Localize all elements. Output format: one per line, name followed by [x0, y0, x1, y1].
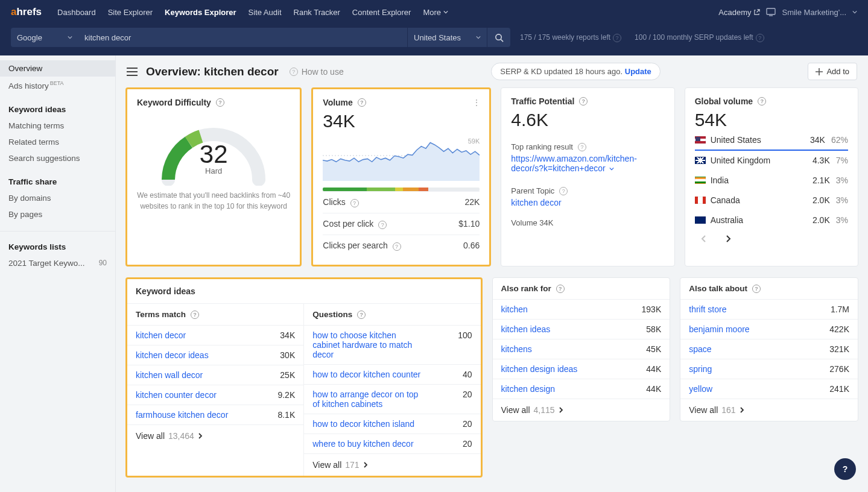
view-all-alsorank[interactable]: View all 4,115	[493, 399, 670, 421]
chevron-right-icon[interactable]	[725, 235, 731, 242]
help-fab[interactable]: ?	[834, 458, 856, 480]
keyword-input[interactable]	[78, 28, 407, 47]
top-result-url[interactable]: https://www.amazon.com/kitchen-decor/s?k…	[511, 154, 664, 173]
gv-percent: 3%	[836, 175, 848, 185]
keyword-link[interactable]: where to buy kitchen decor	[312, 439, 413, 449]
keyword-link[interactable]: kitchen ideas	[501, 324, 551, 334]
account-menu[interactable]: Smile Marketing'...	[766, 8, 857, 17]
view-all-terms[interactable]: View all 13,464	[127, 424, 303, 447]
gv-country: India	[711, 175, 729, 185]
keyword-link[interactable]: farmhouse kitchen decor	[136, 410, 228, 420]
page-title: Overview: kitchen decor	[146, 65, 279, 78]
keyword-link[interactable]: how to decor kitchen island	[312, 419, 414, 429]
keyword-link[interactable]: kitchen design	[501, 384, 556, 394]
country-select[interactable]: United States	[407, 28, 487, 47]
search-button[interactable]	[487, 28, 510, 47]
sidebar-ads-history[interactable]: Ads historyBETA	[0, 77, 115, 94]
kv-clicks: Clicks ? 22K	[323, 191, 480, 213]
flag-icon	[695, 197, 706, 204]
keyword-idea-row: kitchen decor34K	[127, 325, 303, 345]
sidebar-heading-traffic: Traffic share	[0, 166, 115, 190]
keyword-volume: 276K	[829, 364, 849, 374]
update-link[interactable]: Update	[625, 67, 651, 76]
flag-icon	[695, 157, 706, 164]
card-also-rank-for: Also rank for? kitchen193Kkitchen ideas5…	[492, 277, 671, 421]
info-icon: ?	[191, 311, 199, 319]
difficulty-label: Hard	[205, 166, 222, 175]
nav-more[interactable]: More	[417, 0, 454, 24]
keyword-link[interactable]: kitchen decor ideas	[136, 350, 209, 360]
keyword-link[interactable]: kitchen wall decor	[136, 370, 203, 380]
chevron-right-icon	[740, 407, 744, 413]
how-to-use[interactable]: ? How to use	[287, 67, 344, 77]
gv-row[interactable]: United States34K62%	[695, 130, 848, 151]
parent-topic-link[interactable]: kitchen decor	[511, 198, 561, 207]
card-global-volume: Global volume ? 54K United States34K62%U…	[685, 87, 858, 266]
nav-rank-tracker[interactable]: Rank Tracker	[288, 0, 346, 24]
keyword-link[interactable]: kitchen decor	[136, 330, 186, 340]
sidebar-overview[interactable]: Overview	[0, 60, 115, 77]
keyword-volume: 8.1K	[277, 410, 295, 420]
gv-row[interactable]: India2.1K3%	[695, 171, 848, 191]
add-to-button[interactable]: Add to	[808, 63, 857, 80]
keyword-link[interactable]: kitchens	[501, 344, 532, 354]
volume-value: 34K	[323, 111, 480, 131]
logo[interactable]: ahrefs	[11, 6, 42, 18]
column-header: Questions?	[304, 303, 480, 325]
flag-icon	[695, 177, 706, 184]
keyword-link[interactable]: spring	[689, 364, 712, 374]
nav-site-explorer[interactable]: Site Explorer	[102, 0, 159, 24]
nav-site-audit[interactable]: Site Audit	[242, 0, 288, 24]
difficulty-description: We estimate that you'll need backlinks f…	[137, 190, 290, 212]
keyword-link[interactable]: space	[689, 344, 711, 354]
card-title: Volume ?	[323, 98, 480, 107]
keyword-link[interactable]: yellow	[689, 384, 712, 394]
sidebar-search-suggestions[interactable]: Search suggestions	[0, 150, 115, 166]
keyword-link[interactable]: kitchen design ideas	[501, 364, 578, 374]
card-menu-icon[interactable]: ⋮	[472, 98, 481, 107]
keyword-volume: 40	[463, 370, 472, 379]
keyword-link[interactable]: benjamin moore	[689, 324, 749, 334]
gv-percent: 3%	[836, 215, 848, 225]
keyword-volume: 20	[463, 419, 472, 429]
svg-rect-0	[767, 8, 775, 14]
sidebar-matching-terms[interactable]: Matching terms	[0, 118, 115, 134]
sidebar-heading-ideas: Keyword ideas	[0, 94, 115, 118]
chevron-left-icon[interactable]	[701, 235, 707, 242]
keyword-volume: 44K	[646, 384, 661, 394]
view-all-alsotalk[interactable]: View all 161	[680, 399, 858, 421]
difficulty-score: 32	[200, 140, 228, 169]
gv-country: United States	[711, 135, 761, 145]
sidebar-related-terms[interactable]: Related terms	[0, 134, 115, 150]
card-title: Global volume ?	[695, 96, 848, 106]
keyword-idea-row: space321K	[680, 339, 858, 359]
keyword-link[interactable]: how to arrange decor on top of kitchen c…	[312, 390, 421, 409]
keyword-link[interactable]: kitchen counter decor	[136, 390, 217, 400]
sidebar-by-pages[interactable]: By pages	[0, 206, 115, 222]
nav-academy[interactable]: Academy	[712, 0, 766, 24]
gv-country: Australia	[711, 215, 743, 225]
keyword-link[interactable]: thrift store	[689, 304, 726, 314]
search-engine-select[interactable]: Google	[11, 28, 78, 47]
top-nav: ahrefs Dashboard Site Explorer Keywords …	[0, 0, 868, 24]
gv-row[interactable]: United Kingdom4.3K7%	[695, 151, 848, 171]
sidebar-list-item[interactable]: 2021 Target Keywo... 90	[0, 255, 115, 271]
keyword-link[interactable]: how to choose kitchen cabinet hardware t…	[312, 330, 421, 359]
info-icon: ?	[350, 199, 359, 207]
keyword-volume: 34K	[280, 330, 295, 340]
sidebar-by-domains[interactable]: By domains	[0, 190, 115, 206]
view-all-questions[interactable]: View all 171	[304, 453, 480, 476]
nav-keywords-explorer[interactable]: Keywords Explorer	[159, 0, 242, 24]
nav-dashboard[interactable]: Dashboard	[51, 0, 102, 24]
gv-volume: 4.3K	[813, 156, 830, 165]
gv-row[interactable]: Australia2.0K3%	[695, 210, 848, 230]
chevron-right-icon	[198, 433, 203, 439]
keyword-idea-row: kitchens45K	[493, 339, 670, 359]
nav-content-explorer[interactable]: Content Explorer	[346, 0, 417, 24]
menu-icon[interactable]	[127, 68, 138, 76]
keyword-link[interactable]: kitchen	[501, 304, 528, 314]
gv-row[interactable]: Canada2.0K3%	[695, 191, 848, 210]
keyword-link[interactable]: how to decor kitchen counter	[312, 370, 420, 379]
keyword-volume: 100	[458, 330, 472, 340]
page-header: Overview: kitchen decor ? How to use SER…	[116, 55, 868, 87]
